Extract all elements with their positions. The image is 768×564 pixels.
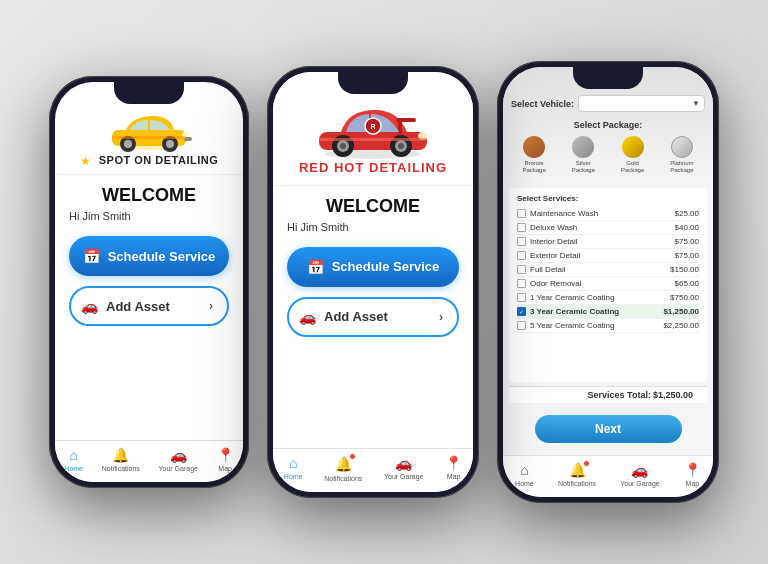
checkbox-5yr-ceramic[interactable] — [517, 321, 526, 330]
platinum-label: PlatinumPackage — [670, 160, 693, 174]
service-interior-detail[interactable]: Interior Detail $75.00 — [517, 235, 699, 249]
nav-map-3[interactable]: 📍 Map — [684, 462, 701, 487]
checkbox-exterior-detail[interactable] — [517, 251, 526, 260]
garage-icon-2: 🚗 — [395, 455, 412, 471]
schedule-service-button-1[interactable]: 📅 Schedule Service — [69, 236, 229, 276]
nav-home-label-1: Home — [64, 465, 83, 472]
add-asset-left-2: 🚗 Add Asset — [299, 309, 388, 325]
nav-garage-label-1: Your Garage — [159, 465, 198, 472]
phone-2: R RED HOT DETAILING WELCOME Hi Jim Smith… — [267, 66, 479, 498]
bell-icon-1: 🔔 — [112, 447, 129, 463]
notification-badge-3: 🔔 — [569, 462, 586, 478]
checkbox-maintenance-wash[interactable] — [517, 209, 526, 218]
nav-map-2[interactable]: 📍 Map — [445, 455, 462, 482]
calendar-icon-2: 📅 — [307, 259, 324, 275]
nav-home-label-2: Home — [284, 473, 303, 480]
home-icon-2: ⌂ — [289, 455, 297, 471]
yellow-car-icon — [104, 108, 194, 154]
vehicle-select-row: Select Vehicle: ▼ — [511, 95, 705, 112]
checkbox-odor-removal[interactable] — [517, 279, 526, 288]
add-asset-button-1[interactable]: 🚗 Add Asset › — [69, 286, 229, 326]
platinum-circle — [671, 136, 693, 158]
select-vehicle-label: Select Vehicle: — [511, 99, 574, 109]
nav-garage-1[interactable]: 🚗 Your Garage — [159, 447, 198, 472]
package-bronze[interactable]: BronzePackage — [522, 136, 545, 174]
service-exterior-detail[interactable]: Exterior Detail $75.00 — [517, 249, 699, 263]
package-platinum[interactable]: PlatinumPackage — [670, 136, 693, 174]
notch-3 — [573, 67, 643, 89]
chevron-icon-2: › — [439, 310, 443, 324]
services-total-value: $1,250.00 — [653, 390, 693, 400]
nav-map-label-2: Map — [447, 473, 461, 480]
nav-notifications-label-3: Notifications — [558, 480, 596, 487]
nav-garage-2[interactable]: 🚗 Your Garage — [384, 455, 423, 482]
silver-label: SilverPackage — [572, 160, 595, 174]
next-label: Next — [595, 422, 621, 436]
service-maintenance-wash[interactable]: Maintenance Wash $25.00 — [517, 207, 699, 221]
phone2-welcome-title: WELCOME — [326, 196, 420, 217]
phone2-greeting: Hi Jim Smith — [287, 221, 349, 233]
svg-rect-22 — [319, 138, 427, 141]
service-deluxe-wash[interactable]: Deluxe Wash $40.00 — [517, 221, 699, 235]
schedule-service-label-1: Schedule Service — [108, 249, 216, 264]
map-icon-2: 📍 — [445, 455, 462, 471]
nav-notifications-3[interactable]: 🔔 Notifications — [558, 462, 596, 487]
chevron-icon-1: › — [209, 299, 213, 313]
services-section: Select Services: Maintenance Wash $25.00… — [509, 188, 707, 382]
nav-notifications-2[interactable]: 🔔 Notifications — [324, 455, 362, 482]
add-asset-button-2[interactable]: 🚗 Add Asset › — [287, 297, 459, 337]
package-gold[interactable]: GoldPackage — [621, 136, 644, 174]
map-icon-1: 📍 — [217, 447, 234, 463]
svg-point-15 — [340, 143, 346, 149]
nav-garage-label-3: Your Garage — [620, 480, 659, 487]
add-asset-label-1: Add Asset — [106, 299, 170, 314]
service-full-detail[interactable]: Full Detail $150.00 — [517, 263, 699, 277]
select-package-label: Select Package: — [511, 120, 705, 130]
phone1-content: WELCOME Hi Jim Smith 📅 Schedule Service … — [55, 175, 243, 440]
nav-garage-3[interactable]: 🚗 Your Garage — [620, 462, 659, 487]
nav-home-3[interactable]: ⌂ Home — [515, 462, 534, 487]
select-services-title: Select Services: — [517, 194, 699, 203]
checkbox-deluxe-wash[interactable] — [517, 223, 526, 232]
gold-circle — [622, 136, 644, 158]
calendar-icon-1: 📅 — [83, 248, 100, 264]
package-silver[interactable]: SilverPackage — [572, 136, 595, 174]
checkbox-3yr-ceramic[interactable] — [517, 307, 526, 316]
car-icon-2: 🚗 — [299, 309, 316, 325]
nav-notifications-1[interactable]: 🔔 Notifications — [102, 447, 140, 472]
packages-row: BronzePackage SilverPackage GoldPackage … — [511, 136, 705, 174]
service-1yr-ceramic[interactable]: 1 Year Ceramic Coating $750.00 — [517, 291, 699, 305]
spot-on-logo: ★ SPOT ON DETAILING — [80, 154, 219, 168]
nav-map-1[interactable]: 📍 Map — [217, 447, 234, 472]
home-icon-1: ⌂ — [69, 447, 77, 463]
nav-garage-label-2: Your Garage — [384, 473, 423, 480]
service-5yr-ceramic[interactable]: 5 Year Ceramic Coating $2,250.00 — [517, 319, 699, 333]
notification-badge-2: 🔔 — [335, 455, 352, 473]
badge-dot-3 — [583, 460, 590, 467]
schedule-service-label-2: Schedule Service — [332, 259, 440, 274]
checkbox-interior-detail[interactable] — [517, 237, 526, 246]
add-asset-left-1: 🚗 Add Asset — [81, 298, 170, 314]
service-3yr-ceramic[interactable]: 3 Year Ceramic Coating $1,250.00 — [517, 305, 699, 319]
phone-3: Select Vehicle: ▼ Select Package: Bronze… — [497, 61, 719, 503]
nav-home-1[interactable]: ⌂ Home — [64, 447, 83, 472]
nav-home-2[interactable]: ⌂ Home — [284, 455, 303, 482]
home-icon-3: ⌂ — [520, 462, 528, 478]
nav-map-label-3: Map — [686, 480, 700, 487]
schedule-service-button-2[interactable]: 📅 Schedule Service — [287, 247, 459, 287]
next-button[interactable]: Next — [535, 415, 682, 443]
silver-circle — [572, 136, 594, 158]
phone2-nav: ⌂ Home 🔔 Notifications 🚗 Your Garage 📍 — [273, 448, 473, 492]
vehicle-dropdown[interactable]: ▼ — [578, 95, 705, 112]
garage-icon-3: 🚗 — [631, 462, 648, 478]
svg-rect-12 — [396, 118, 416, 122]
services-total-row: Services Total: $1,250.00 — [509, 386, 707, 403]
nav-map-label-1: Map — [218, 465, 232, 472]
phone1-welcome-title: WELCOME — [102, 185, 196, 206]
nav-notifications-label-1: Notifications — [102, 465, 140, 472]
phone1-greeting: Hi Jim Smith — [69, 210, 131, 222]
service-odor-removal[interactable]: Odor Removal $65.00 — [517, 277, 699, 291]
red-hot-brand-text: RED HOT DETAILING — [299, 160, 447, 177]
checkbox-1yr-ceramic[interactable] — [517, 293, 526, 302]
checkbox-full-detail[interactable] — [517, 265, 526, 274]
